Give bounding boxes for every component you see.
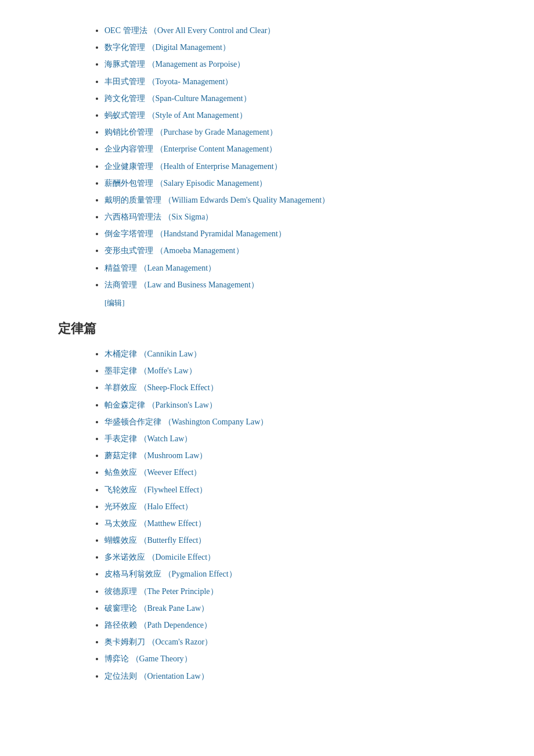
law-link-17[interactable]: 奥卡姆剃刀 （Occam's Razor） <box>104 638 212 646</box>
list-item: 帕金森定律 （Parkinson's Law） <box>104 398 499 412</box>
management-link-2[interactable]: 海豚式管理 （Management as Porpoise） <box>104 60 245 69</box>
law-link-15[interactable]: 破窗理论 （Break Pane Law） <box>104 604 209 613</box>
management-link-7[interactable]: 企业内容管理 （Enterprise Content Management） <box>104 145 277 153</box>
list-item: 皮格马利翁效应 （Pygmalion Effect） <box>104 567 499 581</box>
list-item: 华盛顿合作定律 （Washington Company Law） <box>104 415 499 429</box>
law-link-11[interactable]: 蝴蝶效应 （Butterfly Effect） <box>104 536 207 545</box>
list-item: 手表定律 （Watch Law） <box>104 431 499 446</box>
management-link-8[interactable]: 企业健康管理 （Health of Enterprise Management） <box>104 162 282 171</box>
list-item: 企业健康管理 （Health of Enterprise Management） <box>104 159 499 174</box>
laws-section-title: 定律篇 <box>58 320 499 337</box>
law-link-13[interactable]: 皮格马利翁效应 （Pygmalion Effect） <box>104 570 237 578</box>
law-link-4[interactable]: 华盛顿合作定律 （Washington Company Law） <box>104 417 268 426</box>
list-item: 蚂蚁式管理 （Style of Ant Management） <box>104 108 499 123</box>
law-link-5[interactable]: 手表定律 （Watch Law） <box>104 434 192 443</box>
laws-section: 定律篇 木桶定律 （Cannikin Law）墨菲定律 （Moffe's Law… <box>35 320 499 683</box>
list-item: 精益管理 （Lean Management） <box>104 261 499 275</box>
list-item: 海豚式管理 （Management as Porpoise） <box>104 57 499 71</box>
law-link-8[interactable]: 飞轮效应 （Flywheel Effect） <box>104 485 207 494</box>
list-item: 飞轮效应 （Flywheel Effect） <box>104 483 499 497</box>
law-link-12[interactable]: 多米诺效应 （Domicile Effect） <box>104 553 215 561</box>
list-item: 多米诺效应 （Domicile Effect） <box>104 550 499 564</box>
law-link-0[interactable]: 木桶定律 （Cannikin Law） <box>104 350 201 358</box>
list-item: 购销比价管理 （Purchase by Grade Management） <box>104 125 499 139</box>
law-link-2[interactable]: 羊群效应 （Sheep-Flock Effect） <box>104 383 218 392</box>
management-link-13[interactable]: 变形虫式管理 （Amoeba Management） <box>104 246 244 255</box>
list-item: 倒金字塔管理 （Handstand Pyramidal Management） <box>104 226 499 241</box>
law-link-16[interactable]: 路径依赖 （Path Dependence） <box>104 621 212 629</box>
law-link-10[interactable]: 马太效应 （Matthew Effect） <box>104 519 206 528</box>
law-link-7[interactable]: 鲇鱼效应 （Weever Effect） <box>104 468 201 477</box>
list-item: 跨文化管理 （Span-Culture Management） <box>104 91 499 106</box>
laws-list: 木桶定律 （Cannikin Law）墨菲定律 （Moffe's Law）羊群效… <box>35 347 499 683</box>
list-item: 羊群效应 （Sheep-Flock Effect） <box>104 380 499 395</box>
law-link-3[interactable]: 帕金森定律 （Parkinson's Law） <box>104 401 217 409</box>
list-item: 蝴蝶效应 （Butterfly Effect） <box>104 533 499 548</box>
list-item: OEC 管理法 （Over All Every Control and Clea… <box>104 23 499 38</box>
list-item: 薪酬外包管理 （Salary Episodic Management） <box>104 176 499 190</box>
management-link-5[interactable]: 蚂蚁式管理 （Style of Ant Management） <box>104 111 247 120</box>
list-item: 鲇鱼效应 （Weever Effect） <box>104 465 499 480</box>
list-item: 变形虫式管理 （Amoeba Management） <box>104 243 499 258</box>
management-link-12[interactable]: 倒金字塔管理 （Handstand Pyramidal Management） <box>104 229 286 238</box>
management-link-15[interactable]: 法商管理 （Law and Business Management） <box>104 280 259 289</box>
management-link-1[interactable]: 数字化管理 （Digital Management） <box>104 43 230 52</box>
law-link-18[interactable]: 博弈论 （Game Theory） <box>104 654 192 663</box>
edit-link[interactable]: [编辑] <box>104 298 125 307</box>
list-item: 丰田式管理 （Toyota- Management） <box>104 74 499 89</box>
list-item: 光环效应 （Halo Effect） <box>104 499 499 514</box>
management-link-9[interactable]: 薪酬外包管理 （Salary Episodic Management） <box>104 179 267 188</box>
list-item: 数字化管理 （Digital Management） <box>104 40 499 55</box>
list-item: 奥卡姆剃刀 （Occam's Razor） <box>104 635 499 649</box>
list-item: 破窗理论 （Break Pane Law） <box>104 601 499 615</box>
list-item: 戴明的质量管理 （William Edwards Dem's Quality M… <box>104 193 499 207</box>
law-link-6[interactable]: 蘑菇定律 （Mushroom Law） <box>104 451 207 460</box>
list-item: 企业内容管理 （Enterprise Content Management） <box>104 142 499 156</box>
list-item: 马太效应 （Matthew Effect） <box>104 516 499 531</box>
management-link-0[interactable]: OEC 管理法 （Over All Every Control and Clea… <box>104 26 275 35</box>
management-list-section: OEC 管理法 （Over All Every Control and Clea… <box>35 23 499 308</box>
management-link-4[interactable]: 跨文化管理 （Span-Culture Management） <box>104 94 251 103</box>
list-item: 定位法则 （Orientation Law） <box>104 669 499 683</box>
law-link-19[interactable]: 定位法则 （Orientation Law） <box>104 672 209 681</box>
management-list: OEC 管理法 （Over All Every Control and Clea… <box>35 23 499 292</box>
list-item: 蘑菇定律 （Mushroom Law） <box>104 448 499 463</box>
law-link-1[interactable]: 墨菲定律 （Moffe's Law） <box>104 366 197 375</box>
edit-row: [编辑] <box>70 298 499 308</box>
management-link-10[interactable]: 戴明的质量管理 （William Edwards Dem's Quality M… <box>104 196 330 204</box>
list-item: 木桶定律 （Cannikin Law） <box>104 347 499 361</box>
list-item: 路径依赖 （Path Dependence） <box>104 618 499 632</box>
law-link-14[interactable]: 彼德原理 （The Peter Principle） <box>104 587 218 596</box>
list-item: 墨菲定律 （Moffe's Law） <box>104 363 499 378</box>
list-item: 六西格玛管理法 （Six Sigma） <box>104 210 499 224</box>
management-link-11[interactable]: 六西格玛管理法 （Six Sigma） <box>104 213 213 221</box>
management-link-6[interactable]: 购销比价管理 （Purchase by Grade Management） <box>104 128 277 136</box>
list-item: 博弈论 （Game Theory） <box>104 651 499 666</box>
management-link-3[interactable]: 丰田式管理 （Toyota- Management） <box>104 77 233 86</box>
law-link-9[interactable]: 光环效应 （Halo Effect） <box>104 502 193 511</box>
list-item: 彼德原理 （The Peter Principle） <box>104 584 499 599</box>
list-item: 法商管理 （Law and Business Management） <box>104 278 499 292</box>
management-link-14[interactable]: 精益管理 （Lean Management） <box>104 264 216 272</box>
